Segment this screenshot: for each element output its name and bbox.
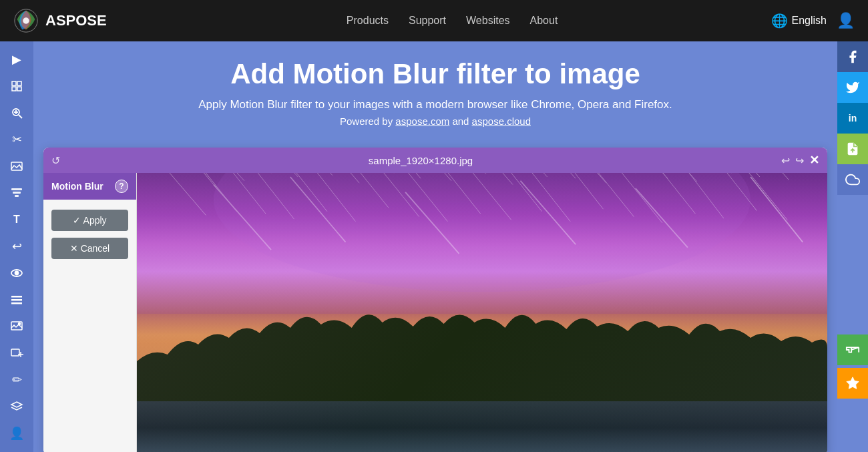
nav-websites[interactable]: Websites xyxy=(466,15,510,27)
brand-logo[interactable]: ASPOSE xyxy=(13,8,107,33)
preview-image xyxy=(137,173,827,452)
svg-point-15 xyxy=(15,272,19,275)
editor-undo-button[interactable]: ↩ xyxy=(781,154,790,167)
tool-undo[interactable]: ↩ xyxy=(4,234,29,259)
svg-rect-18 xyxy=(11,302,22,304)
left-sidebar: ▶ ✂ T ↩ ✏ 👤 xyxy=(0,41,33,452)
svg-point-1 xyxy=(23,17,29,24)
filter-header: Motion Blur ? xyxy=(43,173,136,200)
filter-label: Motion Blur xyxy=(51,181,103,192)
tool-layers[interactable] xyxy=(4,394,29,419)
file-share-button[interactable] xyxy=(837,134,868,164)
apply-button[interactable]: ✓ Apply xyxy=(51,210,128,231)
filter-controls: ✓ Apply ✕ Cancel xyxy=(43,200,136,269)
tool-add-image[interactable] xyxy=(4,341,29,366)
svg-rect-5 xyxy=(17,87,21,91)
language-label: English xyxy=(792,15,827,27)
svg-rect-11 xyxy=(11,188,22,190)
hero-section: Add Motion Blur filter to image Apply Mo… xyxy=(43,41,827,141)
svg-rect-4 xyxy=(12,87,16,91)
navbar: ASPOSE Products Support Websites About 🌐… xyxy=(0,0,868,41)
right-social-sidebar: in xyxy=(837,41,868,195)
hero-subtitle: Apply Motion Blur filter to your images … xyxy=(57,98,814,111)
editor-toolbar: ↺ sample_1920×1280.jpg ↩ ↪ ✕ xyxy=(43,148,827,173)
svg-point-20 xyxy=(19,323,21,325)
svg-line-7 xyxy=(19,115,22,118)
editor-close-button[interactable]: ✕ xyxy=(809,153,819,168)
tool-list[interactable] xyxy=(4,287,29,312)
main-content: Add Motion Blur filter to image Apply Mo… xyxy=(33,41,837,452)
page-title: Add Motion Blur filter to image xyxy=(57,58,814,90)
aspose-com-link[interactable]: aspose.com xyxy=(395,116,449,127)
user-icon[interactable]: 👤 xyxy=(837,12,855,29)
svg-rect-3 xyxy=(17,81,21,85)
editor-filename: sample_1920×1280.jpg xyxy=(65,155,776,166)
filter-panel: Motion Blur ? ✓ Apply ✕ Cancel xyxy=(43,173,137,452)
editor-reset-button[interactable]: ↺ xyxy=(51,154,60,167)
cloud-share-button[interactable] xyxy=(837,164,868,195)
cancel-button[interactable]: ✕ Cancel xyxy=(51,238,128,259)
editor-body: Motion Blur ? ✓ Apply ✕ Cancel xyxy=(43,173,827,452)
favorite-button[interactable] xyxy=(837,368,868,399)
right-bottom-buttons xyxy=(837,334,868,399)
aspose-cloud-link[interactable]: aspose.cloud xyxy=(472,116,531,127)
linkedin-share-button[interactable]: in xyxy=(837,103,868,134)
tool-person[interactable]: 👤 xyxy=(4,421,29,446)
image-area xyxy=(137,173,827,452)
tool-crop[interactable]: ✂ xyxy=(4,127,29,152)
editor-redo-button[interactable]: ↪ xyxy=(795,154,804,167)
tool-arrow-right[interactable]: ▶ xyxy=(4,47,29,72)
navbar-links: Products Support Websites About xyxy=(134,15,771,27)
language-button[interactable]: 🌐 English xyxy=(771,13,827,29)
tool-image-edit[interactable] xyxy=(4,314,29,339)
tool-eye[interactable] xyxy=(4,260,29,286)
tool-transform[interactable] xyxy=(4,73,29,99)
globe-icon: 🌐 xyxy=(771,13,788,29)
blur-overlay xyxy=(137,173,827,452)
tool-filter-fx[interactable] xyxy=(4,180,29,206)
editor-panel: ↺ sample_1920×1280.jpg ↩ ↪ ✕ Motion Blur… xyxy=(43,148,827,452)
nav-about[interactable]: About xyxy=(530,15,558,27)
nav-products[interactable]: Products xyxy=(347,15,389,27)
svg-rect-17 xyxy=(11,299,22,301)
svg-marker-73 xyxy=(847,377,859,389)
svg-rect-2 xyxy=(12,81,16,85)
filter-help-button[interactable]: ? xyxy=(115,180,128,193)
facebook-share-button[interactable] xyxy=(837,41,868,72)
tool-landscape[interactable] xyxy=(4,154,29,179)
twitter-share-button[interactable] xyxy=(837,72,868,103)
tool-zoom[interactable] xyxy=(4,100,29,126)
navbar-right: 🌐 English 👤 xyxy=(771,12,855,29)
tool-brush[interactable]: ✏ xyxy=(4,367,29,393)
powered-by: Powered by aspose.com and aspose.cloud xyxy=(57,116,814,127)
brand-name: ASPOSE xyxy=(45,12,107,29)
tool-text[interactable]: T xyxy=(4,207,29,232)
svg-rect-13 xyxy=(15,195,19,197)
svg-rect-12 xyxy=(13,192,21,194)
announcement-button[interactable] xyxy=(837,334,868,365)
svg-rect-16 xyxy=(11,296,22,298)
nav-support[interactable]: Support xyxy=(409,15,446,27)
svg-marker-24 xyxy=(11,402,22,407)
